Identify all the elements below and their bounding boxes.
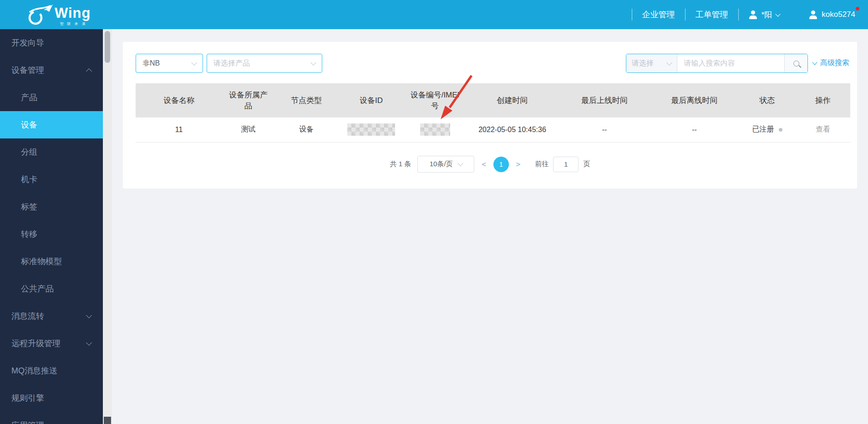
sidebar-item-mq-push[interactable]: MQ消息推送: [0, 357, 103, 384]
device-type-select[interactable]: 非NB: [136, 54, 203, 73]
sidebar-item-group[interactable]: 分组: [0, 138, 103, 166]
col-imei: 设备编号/IMEI号: [404, 83, 466, 117]
page-size-select[interactable]: 10条/页: [417, 156, 474, 173]
sidebar-item-message-flow[interactable]: 消息流转: [0, 302, 103, 330]
user-icon: [749, 10, 758, 19]
cell-action: 查看: [796, 117, 850, 142]
cell-last-offline: --: [650, 117, 739, 142]
redacted-imei: [420, 123, 450, 136]
col-created-at: 创建时间: [466, 83, 559, 117]
pagination: 共 1 条 10条/页 < 1 > 前往 页: [123, 156, 857, 173]
redacted-device-id: [347, 123, 395, 136]
next-page-button[interactable]: >: [516, 160, 521, 169]
cell-device-name: 11: [136, 117, 222, 142]
col-last-offline: 最后离线时间: [650, 83, 739, 117]
sidebar-item-public-product[interactable]: 公共产品: [0, 275, 103, 302]
notification-dot: [856, 7, 859, 10]
search-bar: 请选择: [626, 54, 808, 73]
sidebar: 开发向导 设备管理 产品 设备 分组 机卡 标签 转移 标准物模型 公共产品 消…: [0, 29, 103, 424]
sidebar-item-transfer[interactable]: 转移: [0, 220, 103, 248]
main-content: 非NB 请选择产品 请选择 高级搜索: [112, 29, 868, 424]
divider: [685, 9, 685, 20]
chevron-down-icon: [667, 60, 673, 66]
account-short-name: *阳: [761, 10, 772, 20]
sidebar-scrollbar[interactable]: [103, 29, 112, 424]
search-button[interactable]: [784, 54, 807, 72]
total-count: 共 1 条: [390, 160, 411, 169]
username: koko5274: [822, 10, 855, 19]
sidebar-item-device-management[interactable]: 设备管理: [0, 56, 103, 84]
sidebar-item-dev-guide[interactable]: 开发向导: [0, 29, 103, 56]
chevron-down-icon: [457, 160, 463, 166]
table-header-row: 设备名称 设备所属产品 节点类型 设备ID 设备编号/IMEI号 创建时间 最后…: [136, 83, 850, 117]
account-menu[interactable]: *阳: [749, 10, 780, 20]
cell-created-at: 2022-05-05 10:45:36: [466, 117, 559, 142]
cell-device-id: [338, 117, 404, 142]
chevron-up-icon: [86, 68, 92, 74]
cell-status: 已注册: [739, 117, 796, 142]
logo-subtext: 智联未来: [56, 21, 89, 26]
app-logo[interactable]: Wing 智联未来: [26, 2, 91, 27]
search-input[interactable]: [677, 54, 784, 72]
scrollbar-thumb[interactable]: [105, 31, 110, 63]
chevron-down-icon: [191, 60, 197, 66]
advanced-search-link[interactable]: 高级搜索: [813, 58, 849, 68]
scrollbar-corner: [104, 417, 111, 424]
logo-text: Wing: [55, 5, 91, 21]
col-status: 状态: [739, 83, 796, 117]
nav-workorder-management[interactable]: 工单管理: [695, 9, 728, 20]
goto-label: 前往: [535, 160, 548, 169]
sidebar-item-app-management[interactable]: 应用管理: [0, 412, 103, 424]
cell-node-type: 设备: [274, 117, 338, 142]
view-button[interactable]: 查看: [816, 125, 830, 133]
col-node-type: 节点类型: [274, 83, 338, 117]
table-row: 11 测试 设备 2022-05-05 10:45:36 -- -- 已注册 查…: [136, 117, 850, 142]
cell-imei: [404, 117, 466, 142]
col-device-name: 设备名称: [136, 83, 222, 117]
sidebar-item-product[interactable]: 产品: [0, 84, 103, 111]
prev-page-button[interactable]: <: [482, 160, 486, 169]
chevron-down-icon: [86, 312, 92, 318]
chevron-down-icon: [776, 11, 781, 16]
sidebar-item-sim[interactable]: 机卡: [0, 166, 103, 193]
product-select[interactable]: 请选择产品: [207, 54, 322, 73]
col-product: 设备所属产品: [222, 83, 274, 117]
paper-plane-icon: [26, 4, 54, 27]
sidebar-item-rule-engine[interactable]: 规则引擎: [0, 384, 103, 412]
sidebar-item-tag[interactable]: 标签: [0, 193, 103, 220]
nav-enterprise-management[interactable]: 企业管理: [642, 9, 675, 20]
status-dot-icon: [779, 128, 782, 132]
chevron-down-icon: [310, 60, 316, 66]
device-list-card: 非NB 请选择产品 请选择 高级搜索: [123, 42, 857, 189]
cell-last-online: --: [559, 117, 650, 142]
chevron-down-icon: [86, 340, 92, 346]
device-table: 设备名称 设备所属产品 节点类型 设备ID 设备编号/IMEI号 创建时间 最后…: [136, 83, 850, 143]
topnav: 企业管理 工单管理 *阳 koko5274: [622, 0, 855, 29]
col-device-id: 设备ID: [338, 83, 404, 117]
sidebar-item-device[interactable]: 设备: [0, 111, 103, 138]
divider: [632, 9, 632, 20]
col-last-online: 最后上线时间: [559, 83, 650, 117]
topbar: Wing 智联未来 企业管理 工单管理 *阳 koko5274: [0, 0, 868, 29]
divider: [738, 9, 739, 20]
search-field-select[interactable]: 请选择: [626, 54, 677, 72]
goto-page-input[interactable]: [553, 157, 579, 172]
user-icon: [809, 10, 818, 19]
page-number-button[interactable]: 1: [493, 157, 509, 172]
search-icon: [793, 61, 799, 66]
current-user[interactable]: koko5274: [809, 10, 855, 19]
chevron-down-icon: [812, 60, 817, 65]
sidebar-item-ota-management[interactable]: 远程升级管理: [0, 330, 103, 357]
col-action: 操作: [796, 83, 850, 117]
page-unit-label: 页: [583, 160, 590, 169]
cell-product: 测试: [222, 117, 274, 142]
sidebar-item-standard-model[interactable]: 标准物模型: [0, 248, 103, 275]
